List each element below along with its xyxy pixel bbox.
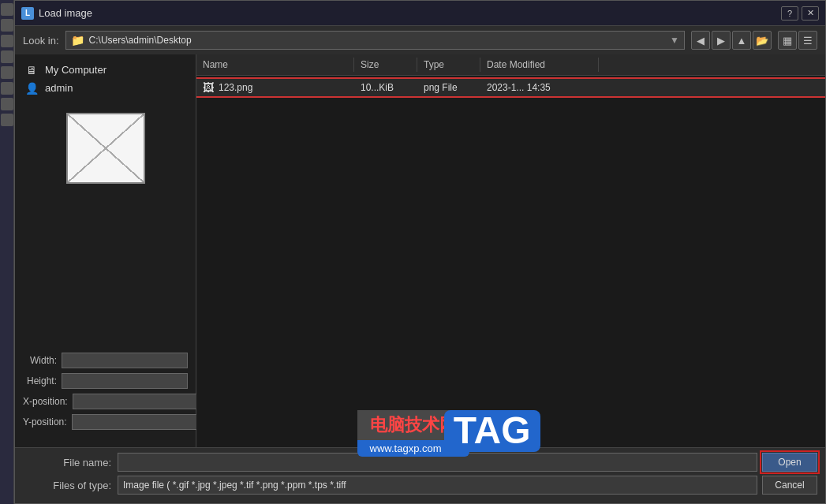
- taskbar-item-8: [1, 114, 13, 126]
- sidebar-item-my-computer[interactable]: 🖥 My Computer: [15, 61, 196, 79]
- computer-icon: 🖥: [24, 65, 39, 76]
- y-position-input[interactable]: [72, 414, 198, 430]
- taskbar-item-5: [1, 66, 13, 79]
- title-bar: L Load image ? ✕: [15, 1, 825, 26]
- file-list-header: Name Size Type Date Modified: [196, 54, 825, 76]
- dropdown-arrow-icon: ▼: [670, 35, 679, 46]
- height-input[interactable]: [62, 373, 188, 389]
- load-image-dialog: L Load image ? ✕ Look in: 📁 C:\Users\adm…: [14, 0, 826, 504]
- title-bar-buttons: ? ✕: [781, 6, 819, 21]
- width-row: Width:: [23, 353, 188, 368]
- file-name-cell: 🖼 123.png: [196, 81, 354, 94]
- form-fields: Width: Height: X-position: Y-position:: [15, 346, 196, 441]
- file-date-cell: 2023-1... 14:35: [480, 82, 599, 93]
- height-label: Height:: [23, 375, 62, 386]
- back-button[interactable]: ◀: [691, 31, 710, 50]
- user-icon: 👤: [24, 83, 39, 94]
- file-name-text: 123.png: [219, 82, 252, 93]
- sidebar-item-admin[interactable]: 👤 admin: [15, 79, 196, 97]
- taskbar-item-7: [1, 98, 13, 110]
- dialog-icon: L: [21, 7, 34, 20]
- filetype-row: Files of type: Cancel: [23, 476, 817, 495]
- sidebar-label-admin: admin: [45, 82, 73, 94]
- file-list-area: Name Size Type Date Modified 🖼 123.png 1…: [196, 54, 825, 447]
- file-size-cell: 10...KiB: [354, 82, 417, 93]
- file-item-123png[interactable]: 🖼 123.png 10...KiB png File 2023-1... 14…: [196, 79, 825, 96]
- file-icon-png: 🖼: [203, 81, 214, 94]
- sidebar-label-my-computer: My Computer: [45, 64, 107, 76]
- detail-view-button[interactable]: ☰: [798, 31, 817, 50]
- width-label: Width:: [23, 355, 62, 366]
- current-path: C:\Users\admin\Desktop: [89, 35, 666, 46]
- file-type-cell: png File: [417, 82, 480, 93]
- col-date[interactable]: Date Modified: [480, 58, 599, 72]
- y-position-row: Y-position:: [23, 414, 188, 430]
- filename-row: File name: Open: [23, 453, 817, 472]
- up-button[interactable]: ▲: [732, 31, 751, 50]
- x-position-input[interactable]: [73, 394, 199, 409]
- filetype-input[interactable]: [118, 476, 757, 495]
- look-in-label: Look in:: [23, 35, 59, 47]
- taskbar-item-3: [1, 35, 13, 47]
- close-button[interactable]: ✕: [802, 6, 819, 21]
- file-list-body: 🖼 123.png 10...KiB png File 2023-1... 14…: [196, 76, 825, 447]
- dialog-body: Look in: 📁 C:\Users\admin\Desktop ▼ ◀ ▶ …: [15, 26, 825, 503]
- new-folder-button[interactable]: 📂: [753, 31, 772, 50]
- preview-image-box: [66, 113, 145, 184]
- width-input[interactable]: [62, 353, 188, 368]
- filename-label: File name:: [23, 457, 118, 469]
- sidebar: 🖥 My Computer 👤 admin Width:: [15, 54, 196, 447]
- look-in-combo[interactable]: 📁 C:\Users\admin\Desktop ▼: [65, 31, 685, 50]
- toolbar-row: Look in: 📁 C:\Users\admin\Desktop ▼ ◀ ▶ …: [15, 26, 825, 54]
- preview-area: [23, 113, 188, 338]
- col-size[interactable]: Size: [354, 58, 417, 72]
- help-button[interactable]: ?: [781, 6, 798, 21]
- filetype-label: Files of type:: [23, 480, 118, 491]
- filename-input[interactable]: [118, 453, 757, 472]
- dialog-title: Load image: [39, 7, 781, 19]
- taskbar-item-6: [1, 82, 13, 95]
- taskbar-item-4: [1, 50, 13, 63]
- taskbar-left: [0, 0, 14, 504]
- cancel-button[interactable]: Cancel: [762, 476, 817, 495]
- taskbar-item-1: [1, 3, 13, 16]
- x-position-row: X-position:: [23, 394, 188, 409]
- height-row: Height:: [23, 373, 188, 389]
- main-content: 🖥 My Computer 👤 admin Width:: [15, 54, 825, 447]
- folder-icon: 📁: [71, 34, 84, 47]
- view-buttons: ▦ ☰: [778, 31, 817, 50]
- open-button[interactable]: Open: [762, 453, 817, 472]
- y-position-label: Y-position:: [23, 416, 72, 427]
- nav-buttons: ◀ ▶ ▲ 📂: [691, 31, 772, 50]
- x-position-label: X-position:: [23, 396, 73, 407]
- list-view-button[interactable]: ▦: [778, 31, 797, 50]
- taskbar-item-2: [1, 19, 13, 32]
- col-type[interactable]: Type: [417, 58, 480, 72]
- bottom-area: File name: Open Files of type: Cancel: [15, 447, 825, 503]
- forward-button[interactable]: ▶: [712, 31, 731, 50]
- col-name[interactable]: Name: [196, 58, 354, 72]
